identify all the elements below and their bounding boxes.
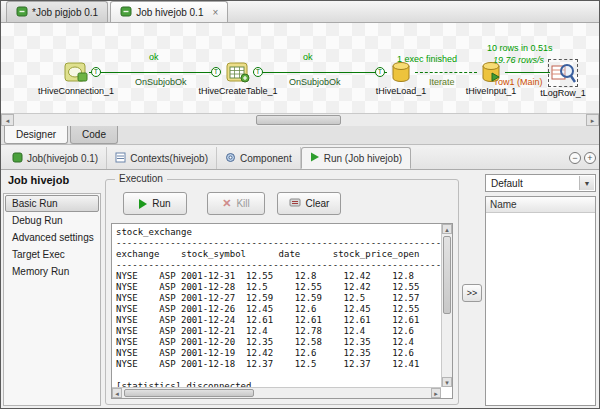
editor-mode-tabs: Designer Code: [1, 126, 599, 145]
console-output: stock_exchange -------------------------…: [112, 224, 452, 395]
run-play-icon: [139, 199, 147, 209]
context-select[interactable]: Default ▼: [485, 174, 596, 192]
console-vertical-scrollbar[interactable]: ▴ ▾: [441, 224, 452, 387]
job-icon: [12, 152, 23, 165]
execution-group-label: Execution: [115, 173, 167, 184]
tab-run-view[interactable]: Run (Job hivejob): [301, 147, 411, 169]
clear-eraser-icon: [289, 197, 301, 210]
expand-panel-button[interactable]: >>: [462, 284, 482, 302]
tab-label: Contexts(hivejob): [130, 153, 208, 164]
canvas-horizontal-scrollbar[interactable]: ◂ ▸: [1, 113, 599, 126]
hive-create-table-icon: [225, 61, 251, 85]
run-sidebar: Basic Run Debug Run Advanced settings Ta…: [3, 193, 101, 406]
button-label: Clear: [306, 198, 330, 209]
scrollbar-thumb[interactable]: [124, 389, 254, 397]
close-icon[interactable]: ×: [212, 7, 218, 18]
job-icon: [120, 5, 132, 19]
execution-console[interactable]: stock_exchange -------------------------…: [111, 223, 453, 399]
scroll-up-arrow-icon[interactable]: ▴: [442, 224, 452, 234]
tab-contexts-view[interactable]: Contexts(hivejob): [107, 147, 217, 169]
hive-input-icon: [479, 61, 503, 85]
clear-button[interactable]: Clear: [277, 192, 341, 215]
kill-x-icon: ✕: [222, 197, 231, 210]
chevron-down-icon[interactable]: ▼: [579, 176, 594, 190]
sidebar-item-target-exec[interactable]: Target Exec: [5, 246, 99, 263]
tab-job-pigjob[interactable]: *Job pigjob 0.1: [6, 1, 108, 22]
scroll-right-arrow-icon[interactable]: ▸: [586, 114, 599, 126]
component-label: tHiveLoad_1: [356, 86, 446, 96]
tab-code[interactable]: Code: [70, 126, 118, 144]
component-thiveconnection[interactable]: tHiveConnection_1: [31, 61, 121, 96]
button-label: Kill: [236, 198, 249, 209]
minimize-view-icon[interactable]: −: [569, 152, 581, 164]
run-panel-title: Job hivejob: [8, 174, 69, 186]
component-gear-icon: [225, 152, 236, 165]
context-selected-value: Default: [491, 178, 523, 189]
editor-tab-bar: *Job pigjob 0.1 Job hivejob 0.1 ×: [1, 1, 599, 23]
run-button[interactable]: Run: [123, 192, 187, 215]
component-thivecreatetable[interactable]: tHiveCreateTable_1: [193, 61, 283, 96]
link-status-rows: 10 rows in 0.51s: [487, 43, 553, 53]
scroll-down-arrow-icon[interactable]: ▾: [442, 377, 452, 387]
hive-load-icon: [389, 61, 413, 85]
link-status-ok-2: ok: [303, 52, 313, 62]
link-label-onsubjobok-1: OnSubjobOk: [135, 77, 187, 87]
tab-job-view[interactable]: Job(hivejob 0.1): [4, 147, 107, 169]
button-label: Run: [152, 198, 170, 209]
tab-label: Job hivejob 0.1: [136, 7, 203, 18]
tab-label: Code: [82, 129, 106, 140]
tab-designer[interactable]: Designer: [4, 126, 68, 144]
context-variables-list[interactable]: Name: [485, 196, 596, 406]
link-status-ok-1: ok: [149, 52, 159, 62]
scrollbar-thumb[interactable]: [256, 115, 341, 125]
hive-connection-icon: [63, 61, 89, 85]
tab-label: Component: [240, 153, 292, 164]
contexts-icon: [115, 152, 126, 165]
component-label: tHiveConnection_1: [31, 86, 121, 96]
console-horizontal-scrollbar[interactable]: ◂ ▸: [112, 387, 441, 398]
scroll-right-arrow-icon[interactable]: ▸: [431, 388, 441, 398]
tab-job-hivejob[interactable]: Job hivejob 0.1 ×: [110, 1, 228, 22]
scroll-left-arrow-icon[interactable]: ◂: [112, 388, 122, 398]
component-label: tHiveCreateTable_1: [193, 86, 283, 96]
job-icon: [16, 5, 28, 19]
component-thiveload[interactable]: tHiveLoad_1: [356, 61, 446, 96]
view-tab-bar: Job(hivejob 0.1) Contexts(hivejob) Compo…: [1, 147, 599, 170]
scroll-left-arrow-icon[interactable]: ◂: [1, 114, 14, 126]
sidebar-item-memory-run[interactable]: Memory Run: [5, 263, 99, 280]
sidebar-item-advanced-settings[interactable]: Advanced settings: [5, 229, 99, 246]
component-label: tLogRow_1: [523, 88, 600, 98]
tab-label: *Job pigjob 0.1: [32, 7, 98, 18]
logrow-magnifier-icon: [550, 61, 576, 85]
talend-studio-window: *Job pigjob 0.1 Job hivejob 0.1 × T T T …: [0, 0, 600, 409]
run-play-icon: [310, 152, 320, 164]
list-header-name: Name: [486, 197, 595, 213]
kill-button[interactable]: ✕ Kill: [207, 192, 265, 215]
tab-component-view[interactable]: Component: [217, 147, 301, 169]
sidebar-item-debug-run[interactable]: Debug Run: [5, 212, 99, 229]
sidebar-item-basic-run[interactable]: Basic Run: [5, 195, 99, 212]
link-label-onsubjobok-2: OnSubjobOk: [289, 77, 341, 87]
design-canvas[interactable]: T T T T ok OnSubjobOk ok OnSubjobOk 1 ex…: [1, 23, 599, 113]
tab-label: Designer: [16, 129, 56, 140]
tab-label: Job(hivejob 0.1): [27, 153, 98, 164]
component-tlogrow[interactable]: tLogRow_1: [523, 61, 600, 98]
scrollbar-thumb[interactable]: [443, 236, 451, 314]
tab-label: Run (Job hivejob): [324, 153, 402, 164]
maximize-view-icon[interactable]: +: [584, 152, 596, 164]
